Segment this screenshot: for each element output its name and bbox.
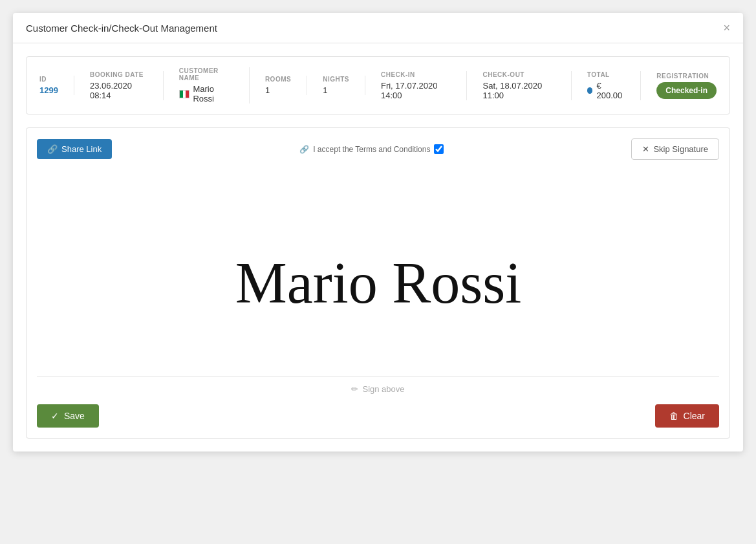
customer-name-label: CUSTOMER NAME (179, 67, 233, 82)
signature-svg: Mario Rossi (200, 199, 556, 328)
rooms-field: ROOMS 1 (265, 76, 307, 95)
checkin-value: Fri, 17.07.2020 14:00 (381, 81, 451, 100)
total-value: € 200.00 (587, 81, 625, 100)
signature-canvas[interactable]: Mario Rossi (37, 166, 719, 373)
terms-checkbox[interactable] (434, 144, 444, 154)
signature-display: Mario Rossi (200, 199, 556, 342)
signature-top-bar: 🔗 Share Link 🔗 I accept the Terms and Co… (37, 138, 719, 160)
pencil-icon: ✏ (351, 384, 358, 394)
booking-date-label: BOOKING DATE (90, 71, 147, 78)
sign-above-text: Sign above (362, 384, 404, 394)
id-field: ID 1299 (39, 76, 74, 95)
clear-button[interactable]: 🗑 Clear (655, 404, 719, 428)
registration-label: REGISTRATION (656, 72, 717, 80)
rooms-value: 1 (265, 85, 291, 95)
share-link-label: Share Link (61, 144, 102, 154)
signature-line (37, 376, 719, 376)
clear-label: Clear (684, 411, 705, 421)
checkout-field: CHECK-OUT Sat, 18.07.2020 11:00 (482, 71, 571, 100)
booking-date-field: BOOKING DATE 23.06.2020 08:14 (90, 71, 164, 100)
id-value: 1299 (39, 85, 58, 95)
registration-field: REGISTRATION Checked-in (656, 72, 717, 99)
link-icon: 🔗 (47, 144, 58, 154)
save-label: Save (64, 411, 85, 421)
rooms-label: ROOMS (265, 76, 291, 83)
checked-in-badge: Checked-in (656, 82, 717, 99)
customer-name-value: Mario Rossi (179, 84, 233, 103)
signature-bottom-bar: ✓ Save 🗑 Clear (37, 404, 719, 428)
flag-italy-icon (179, 90, 190, 98)
save-button[interactable]: ✓ Save (37, 404, 99, 428)
terms-text: I accept the Terms and Conditions (313, 145, 430, 154)
main-modal: Customer Check-in/Check-Out Management ×… (13, 13, 743, 452)
checkout-label: CHECK-OUT (482, 71, 555, 78)
skip-signature-button[interactable]: ✕ Skip Signature (631, 138, 719, 160)
id-label: ID (39, 76, 58, 83)
svg-text:Mario Rossi: Mario Rossi (235, 250, 521, 314)
link-terms-icon: 🔗 (299, 145, 309, 154)
nights-field: NIGHTS 1 (323, 76, 365, 95)
modal-header: Customer Check-in/Check-Out Management × (13, 13, 743, 43)
share-link-button[interactable]: 🔗 Share Link (37, 139, 112, 159)
modal-title: Customer Check-in/Check-Out Management (26, 23, 217, 34)
trash-icon: 🗑 (669, 411, 678, 421)
booking-card: ID 1299 BOOKING DATE 23.06.2020 08:14 CU… (26, 56, 730, 114)
check-icon: ✓ (51, 411, 59, 421)
checkin-label: CHECK-IN (381, 71, 451, 78)
nights-value: 1 (323, 85, 349, 95)
modal-body: ID 1299 BOOKING DATE 23.06.2020 08:14 CU… (13, 43, 743, 452)
sign-above-hint: ✏ Sign above (37, 384, 719, 394)
total-dot-icon (587, 87, 593, 94)
skip-icon: ✕ (642, 144, 649, 154)
total-field: TOTAL € 200.00 (587, 71, 641, 100)
terms-label[interactable]: 🔗 I accept the Terms and Conditions (299, 144, 444, 154)
booking-date-value: 23.06.2020 08:14 (90, 81, 147, 100)
signature-section: 🔗 Share Link 🔗 I accept the Terms and Co… (26, 127, 730, 439)
nights-label: NIGHTS (323, 76, 349, 83)
total-label: TOTAL (587, 71, 625, 78)
checkout-value: Sat, 18.07.2020 11:00 (482, 81, 555, 100)
checkin-field: CHECK-IN Fri, 17.07.2020 14:00 (381, 71, 468, 100)
skip-signature-label: Skip Signature (653, 144, 708, 154)
customer-name-field: CUSTOMER NAME Mario Rossi (179, 67, 250, 103)
close-button[interactable]: × (723, 22, 730, 34)
